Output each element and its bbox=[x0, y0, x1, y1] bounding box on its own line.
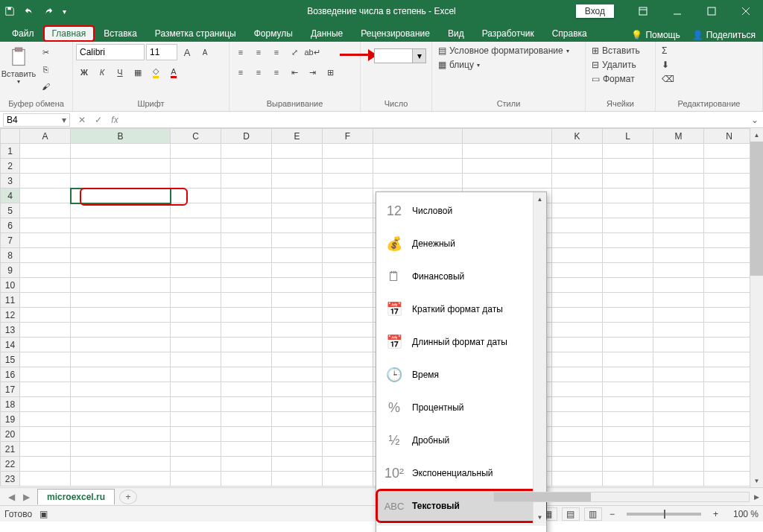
cell[interactable] bbox=[704, 203, 755, 218]
increase-font-button[interactable]: A bbox=[179, 44, 195, 60]
cell[interactable] bbox=[552, 144, 603, 159]
cell[interactable] bbox=[221, 472, 272, 487]
cell[interactable] bbox=[20, 263, 71, 278]
cell[interactable] bbox=[272, 442, 323, 457]
cell[interactable] bbox=[272, 263, 323, 278]
cell[interactable] bbox=[171, 352, 221, 367]
cell[interactable] bbox=[552, 397, 603, 412]
cell[interactable] bbox=[171, 248, 221, 263]
cell[interactable] bbox=[171, 233, 221, 248]
column-header[interactable]: C bbox=[171, 129, 221, 144]
cell[interactable] bbox=[221, 397, 272, 412]
cell[interactable] bbox=[272, 189, 323, 203]
cell[interactable] bbox=[373, 174, 463, 189]
cell[interactable] bbox=[704, 248, 755, 263]
cell[interactable] bbox=[704, 367, 755, 382]
cell[interactable] bbox=[171, 338, 221, 352]
login-button[interactable]: Вход bbox=[576, 4, 614, 18]
tab-help[interactable]: Справка bbox=[543, 25, 596, 42]
cell[interactable] bbox=[653, 159, 704, 174]
cell[interactable] bbox=[373, 159, 463, 174]
cell[interactable] bbox=[653, 338, 704, 352]
scroll-up-icon[interactable]: ▲ bbox=[534, 192, 546, 206]
cell[interactable] bbox=[704, 293, 755, 308]
row-header[interactable]: 22 bbox=[1, 457, 20, 472]
cell[interactable] bbox=[552, 263, 603, 278]
cell[interactable] bbox=[221, 338, 272, 352]
cell[interactable] bbox=[71, 367, 171, 382]
cell[interactable] bbox=[704, 218, 755, 233]
cell[interactable] bbox=[704, 457, 755, 472]
delete-cells-button[interactable]: ⊟Удалить bbox=[589, 58, 652, 72]
cell[interactable] bbox=[603, 457, 653, 472]
decrease-indent-button[interactable]: ⇤ bbox=[286, 64, 303, 80]
save-icon[interactable] bbox=[0, 0, 19, 22]
cell[interactable] bbox=[171, 293, 221, 308]
cell[interactable] bbox=[704, 308, 755, 323]
cell[interactable] bbox=[221, 442, 272, 457]
cell[interactable] bbox=[221, 189, 272, 203]
cell[interactable] bbox=[653, 427, 704, 442]
cell[interactable] bbox=[272, 144, 323, 159]
cell[interactable] bbox=[221, 382, 272, 397]
cell[interactable] bbox=[221, 218, 272, 233]
cell[interactable] bbox=[603, 397, 653, 412]
row-header[interactable]: 19 bbox=[1, 412, 20, 427]
autosum-button[interactable]: Σ bbox=[659, 44, 759, 57]
cell[interactable] bbox=[603, 367, 653, 382]
cell[interactable] bbox=[323, 412, 373, 427]
cell[interactable] bbox=[323, 233, 373, 248]
cell[interactable] bbox=[20, 308, 71, 323]
cell[interactable] bbox=[71, 412, 171, 427]
cell[interactable] bbox=[653, 293, 704, 308]
cell[interactable] bbox=[323, 218, 373, 233]
menu-scrollbar[interactable]: ▲ ▼ bbox=[533, 192, 546, 524]
cell[interactable] bbox=[272, 323, 323, 338]
fill-color-button[interactable]: ◇ bbox=[148, 64, 164, 80]
cell[interactable] bbox=[71, 338, 171, 352]
cell[interactable] bbox=[20, 144, 71, 159]
zoom-slider[interactable] bbox=[627, 513, 701, 516]
cell[interactable] bbox=[272, 233, 323, 248]
row-header[interactable]: 18 bbox=[1, 397, 20, 412]
cell[interactable] bbox=[171, 189, 221, 203]
cell[interactable] bbox=[653, 174, 704, 189]
tab-file[interactable]: Файл bbox=[3, 25, 43, 42]
cell[interactable] bbox=[71, 442, 171, 457]
cell[interactable] bbox=[71, 203, 171, 218]
cell[interactable] bbox=[272, 352, 323, 367]
cell[interactable] bbox=[653, 233, 704, 248]
fmt-accounting[interactable]: 🗒Финансовый bbox=[376, 260, 546, 293]
column-header[interactable]: K bbox=[552, 129, 603, 144]
row-header[interactable]: 15 bbox=[1, 352, 20, 367]
cell[interactable] bbox=[221, 412, 272, 427]
cell[interactable] bbox=[221, 263, 272, 278]
cell[interactable] bbox=[463, 144, 552, 159]
tab-layout[interactable]: Разметка страницы bbox=[146, 25, 245, 42]
tab-scroll-right-icon[interactable]: ▶ bbox=[19, 492, 33, 502]
cell[interactable] bbox=[603, 159, 653, 174]
cell[interactable] bbox=[552, 174, 603, 189]
cell[interactable] bbox=[272, 278, 323, 293]
cell[interactable] bbox=[272, 382, 323, 397]
cell[interactable] bbox=[603, 293, 653, 308]
wrap-text-button[interactable]: ab↵ bbox=[304, 44, 320, 60]
cell[interactable] bbox=[272, 218, 323, 233]
row-header[interactable]: 2 bbox=[1, 159, 20, 174]
column-header[interactable]: N bbox=[704, 129, 755, 144]
cell[interactable] bbox=[20, 189, 71, 203]
scrollbar-track[interactable] bbox=[750, 142, 763, 474]
cell[interactable] bbox=[653, 308, 704, 323]
cell[interactable] bbox=[171, 382, 221, 397]
cell[interactable] bbox=[323, 352, 373, 367]
cell[interactable] bbox=[603, 144, 653, 159]
fmt-long-date[interactable]: 📅Длинный формат даты bbox=[376, 326, 546, 358]
column-header[interactable]: D bbox=[221, 129, 272, 144]
cell[interactable] bbox=[603, 382, 653, 397]
cell[interactable] bbox=[323, 442, 373, 457]
decrease-font-button[interactable]: A bbox=[197, 44, 213, 60]
cell[interactable] bbox=[323, 293, 373, 308]
merge-button[interactable]: ⊞ bbox=[322, 64, 338, 80]
row-header[interactable]: 8 bbox=[1, 248, 20, 263]
cell[interactable] bbox=[323, 397, 373, 412]
